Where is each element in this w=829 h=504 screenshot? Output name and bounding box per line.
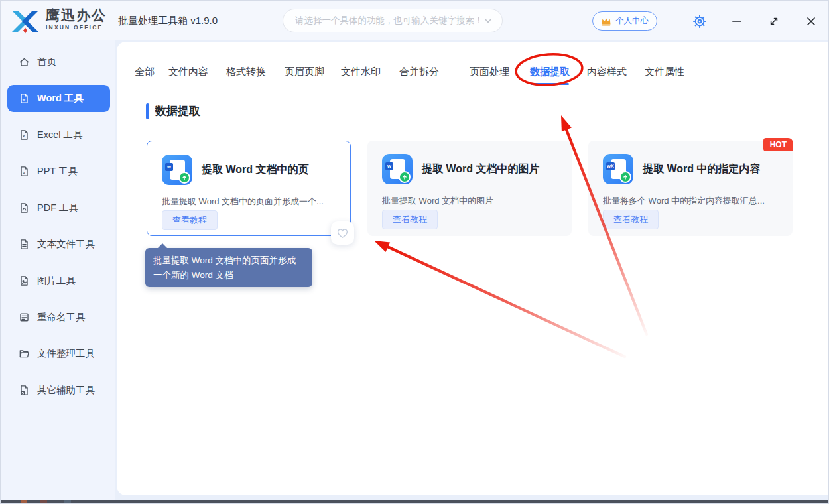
extract-arrow-icon <box>399 171 411 183</box>
app-title: 批量处理工具箱 v1.9.0 <box>118 1 218 40</box>
brand-text: 鹰迅办公 INXUN OFFICE <box>46 7 107 31</box>
svg-text:w: w <box>22 97 26 101</box>
minimize-button[interactable] <box>728 13 745 30</box>
sidebar-item-text-file-tools[interactable]: 文本文件工具 <box>7 231 110 258</box>
text-doc-icon <box>19 239 30 250</box>
excel-doc-icon: x <box>19 129 30 141</box>
view-tutorial-button[interactable]: 查看教程 <box>603 210 659 229</box>
chevron-down-icon <box>483 16 493 25</box>
folder-icon <box>19 348 30 359</box>
word-tool-icon: wX <box>603 154 633 184</box>
sidebar-item-ppt-tools[interactable]: p PPT 工具 <box>7 158 110 185</box>
word-tool-icon: w <box>162 155 192 185</box>
word-chip-label: w <box>385 162 393 170</box>
tooltip: 批量提取 Word 文档中的页面并形成 一个新的 Word 文档 <box>145 248 312 287</box>
tab-watermark[interactable]: 文件水印 <box>341 64 381 79</box>
pdf-doc-icon <box>19 202 30 214</box>
card-title: 提取 Word 中的指定内容 <box>643 162 760 176</box>
sidebar: 首页 w Word 工具 x Excel 工具 p PPT 工具 PDF 工具 … <box>1 40 115 501</box>
app-window: 鹰迅办公 INXUN OFFICE 批量处理工具箱 v1.9.0 请选择一个具体… <box>0 0 829 504</box>
tab-separator <box>117 88 829 88</box>
card-title: 提取 Word 文档中的图片 <box>422 162 539 176</box>
card-description: 批量提取 Word 文档中的页面并形成一个... <box>162 196 342 208</box>
word-tool-icon: w <box>382 154 413 184</box>
hot-badge: HOT <box>763 138 793 151</box>
function-search-dropdown[interactable]: 请选择一个具体的功能，也可输入关键字搜索！ <box>283 9 503 32</box>
active-tab-underline <box>531 83 569 85</box>
word-doc-icon: w <box>19 93 30 104</box>
section-accent-bar <box>146 103 149 119</box>
sidebar-item-label: PPT 工具 <box>37 165 78 178</box>
tab-merge-split[interactable]: 合并拆分 <box>399 64 439 79</box>
section-title: 数据提取 <box>155 103 200 119</box>
sidebar-item-label: PDF 工具 <box>37 202 78 214</box>
tab-header-footer[interactable]: 页眉页脚 <box>285 64 324 79</box>
sidebar-item-label: 重命名工具 <box>37 311 86 324</box>
heart-icon <box>336 227 349 239</box>
extract-arrow-icon <box>178 172 190 184</box>
tab-content-style[interactable]: 内容样式 <box>587 64 627 79</box>
resize-button[interactable] <box>765 13 783 30</box>
sidebar-item-label: 文本文件工具 <box>37 238 95 251</box>
gear-icon <box>693 15 706 28</box>
card-description: 批量将多个 Word 中的指定内容提取汇总... <box>603 195 783 207</box>
resize-diagonal-icon <box>768 15 780 27</box>
sidebar-item-home[interactable]: 首页 <box>7 48 110 76</box>
tab-format-convert[interactable]: 格式转换 <box>226 64 266 79</box>
card-description: 批量提取 Word 文档中的图片 <box>382 195 562 207</box>
sidebar-item-label: Word 工具 <box>37 92 84 105</box>
rename-icon <box>19 312 30 323</box>
sidebar-item-image-tools[interactable]: 图片工具 <box>7 267 110 294</box>
word-chip-label: wX <box>606 162 615 170</box>
sidebar-item-label: 首页 <box>37 56 56 68</box>
tab-file-property[interactable]: 文件属性 <box>645 64 684 79</box>
extract-arrow-icon <box>619 171 631 183</box>
sidebar-item-misc-tools[interactable]: 其它辅助工具 <box>7 377 110 404</box>
home-icon <box>19 56 30 68</box>
inxun-logo-icon <box>9 8 41 34</box>
close-icon <box>805 15 817 27</box>
sidebar-item-pdf-tools[interactable]: PDF 工具 <box>7 194 110 221</box>
search-placeholder: 请选择一个具体的功能，也可输入关键字搜索！ <box>295 15 483 27</box>
brand-name-en: INXUN OFFICE <box>46 24 107 31</box>
tab-all[interactable]: 全部 <box>135 64 155 79</box>
tab-data-extract[interactable]: 数据提取 <box>530 64 570 79</box>
title-bar: 鹰迅办公 INXUN OFFICE 批量处理工具箱 v1.9.0 请选择一个具体… <box>1 1 829 40</box>
sidebar-item-label: 其它辅助工具 <box>37 384 95 397</box>
sidebar-item-file-organize-tools[interactable]: 文件整理工具 <box>7 340 110 367</box>
crown-icon <box>601 17 611 26</box>
tooltip-line-1: 批量提取 Word 文档中的页面并形成 <box>153 253 304 268</box>
misc-doc-icon <box>19 385 30 396</box>
svg-text:p: p <box>23 170 25 174</box>
favorite-button[interactable] <box>331 221 354 245</box>
tooltip-line-2: 一个新的 Word 文档 <box>153 268 304 283</box>
user-center-label: 个人中心 <box>615 15 649 27</box>
sidebar-item-label: 文件整理工具 <box>37 347 95 360</box>
sidebar-item-label: 图片工具 <box>37 275 76 287</box>
tab-file-content[interactable]: 文件内容 <box>168 64 208 79</box>
word-chip-label: w <box>165 163 173 171</box>
main-panel: 全部 文件内容 格式转换 页眉页脚 文件水印 合并拆分 页面处理 数据提取 内容… <box>117 42 829 495</box>
user-center-button[interactable]: 个人中心 <box>592 11 657 31</box>
ppt-doc-icon: p <box>19 166 30 177</box>
card-extract-word-images[interactable]: w 提取 Word 文档中的图片 批量提取 Word 文档中的图片 查看教程 <box>367 141 572 236</box>
close-button[interactable] <box>802 13 820 30</box>
sidebar-item-rename-tools[interactable]: 重命名工具 <box>7 304 110 331</box>
image-doc-icon <box>19 275 30 286</box>
card-extract-word-pages[interactable]: w 提取 Word 文档中的页 批量提取 Word 文档中的页面并形成一个...… <box>147 141 351 236</box>
svg-text:x: x <box>23 134 25 138</box>
sidebar-item-excel-tools[interactable]: x Excel 工具 <box>7 121 110 149</box>
sidebar-item-label: Excel 工具 <box>37 129 83 141</box>
card-title: 提取 Word 文档中的页 <box>202 163 308 177</box>
view-tutorial-button[interactable]: 查看教程 <box>162 210 218 230</box>
view-tutorial-button[interactable]: 查看教程 <box>382 210 438 229</box>
brand-name-cn: 鹰迅办公 <box>46 7 107 24</box>
card-extract-word-specified-content[interactable]: HOT wX 提取 Word 中的指定内容 批量将多个 Word 中的指定内容提… <box>588 141 793 236</box>
taskbar-sliver <box>1 500 829 503</box>
minimize-icon <box>731 15 743 27</box>
sidebar-item-word-tools[interactable]: w Word 工具 <box>7 85 110 112</box>
settings-button[interactable] <box>691 13 708 30</box>
tab-page-process[interactable]: 页面处理 <box>470 64 509 79</box>
